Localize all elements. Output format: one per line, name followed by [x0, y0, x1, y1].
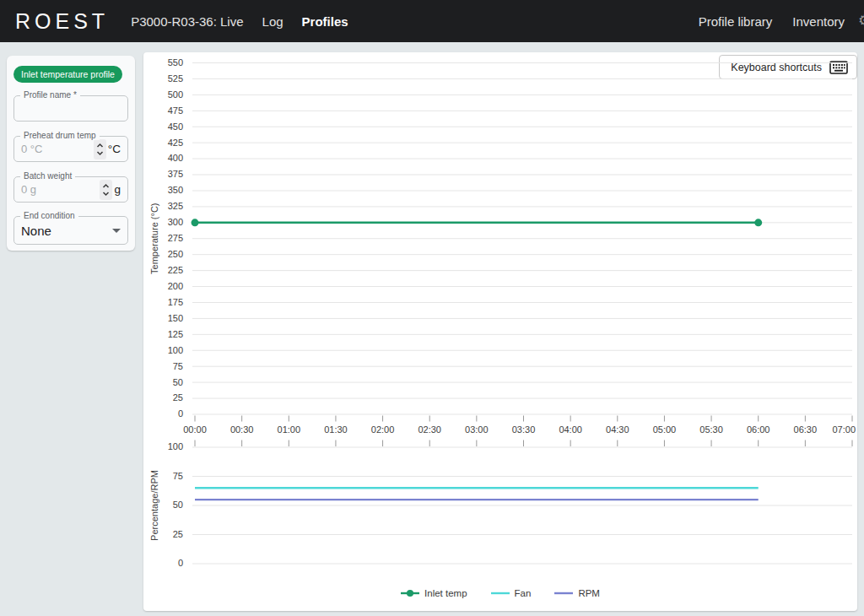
legend-swatch-icon: [401, 588, 419, 598]
svg-text:350: 350: [168, 185, 183, 195]
svg-text:550: 550: [168, 57, 183, 68]
batch-weight-placeholder: 0 g: [21, 183, 36, 196]
svg-text:Percentage/RPM: Percentage/RPM: [149, 470, 159, 541]
preheat-unit: °C: [108, 143, 121, 155]
svg-text:01:30: 01:30: [324, 424, 348, 435]
svg-text:03:00: 03:00: [465, 424, 489, 435]
legend-label: Inlet temp: [424, 588, 467, 598]
nav-item-profiles[interactable]: Profiles: [302, 14, 348, 29]
nav-links: P3000-R03-36: Live Log Profiles: [131, 14, 348, 29]
end-condition-select[interactable]: End condition None: [14, 216, 128, 245]
batch-weight-field[interactable]: Batch weight 0 g g: [14, 176, 128, 203]
profile-name-field[interactable]: Profile name *: [14, 95, 128, 122]
svg-text:25: 25: [173, 529, 183, 539]
svg-text:50: 50: [173, 500, 183, 510]
end-condition-value: None: [21, 224, 51, 238]
legend-swatch-icon: [491, 588, 510, 598]
svg-text:0: 0: [178, 408, 183, 419]
svg-text:400: 400: [168, 153, 183, 163]
profile-editor-panel: Inlet temperature profile Profile name *…: [7, 56, 135, 251]
preheat-drum-temp-field[interactable]: Preheat drum temp 0 °C °C: [14, 136, 128, 162]
svg-text:05:30: 05:30: [699, 424, 723, 435]
profile-name-label: Profile name *: [20, 90, 80, 100]
svg-text:Temperature (°C): Temperature (°C): [149, 203, 159, 274]
nav-item-device-live[interactable]: P3000-R03-36: Live: [131, 14, 243, 29]
svg-text:00:30: 00:30: [230, 424, 254, 435]
temperature-chart: 0255075100125150175200225250275300325350…: [149, 57, 852, 419]
chart-legend: Inlet tempFanRPM: [143, 584, 857, 602]
svg-text:01:00: 01:00: [278, 424, 301, 435]
svg-text:200: 200: [168, 281, 183, 291]
nav-item-log[interactable]: Log: [262, 14, 284, 29]
svg-text:325: 325: [168, 201, 183, 211]
nav-item-profile-library[interactable]: Profile library: [699, 14, 773, 29]
batch-weight-stepper[interactable]: [100, 180, 112, 200]
legend-item-inlet-temp[interactable]: Inlet temp: [401, 588, 467, 598]
preheat-stepper[interactable]: [94, 139, 106, 159]
svg-text:05:00: 05:00: [653, 424, 677, 435]
svg-text:75: 75: [173, 361, 183, 371]
top-navbar: ROEST P3000-R03-36: Live Log Profiles Pr…: [0, 0, 864, 42]
time-axis: 00:0000:3001:0001:3002:0002:3003:0003:30…: [183, 416, 856, 447]
svg-text:06:30: 06:30: [794, 424, 818, 435]
batch-weight-unit: g: [114, 183, 121, 196]
legend-item-fan[interactable]: Fan: [491, 588, 532, 598]
svg-text:100: 100: [168, 345, 183, 355]
svg-text:450: 450: [168, 122, 183, 132]
legend-item-rpm[interactable]: RPM: [554, 588, 600, 598]
svg-text:275: 275: [168, 233, 183, 243]
svg-text:525: 525: [168, 73, 183, 84]
svg-text:25: 25: [173, 392, 183, 403]
stepper-arrows-icon: [102, 183, 110, 197]
svg-text:100: 100: [168, 441, 183, 451]
svg-text:00:00: 00:00: [183, 424, 207, 435]
svg-text:250: 250: [168, 249, 183, 259]
batch-weight-label: Batch weight: [20, 171, 75, 181]
svg-text:06:00: 06:00: [747, 424, 770, 435]
preheat-drum-temp-label: Preheat drum temp: [20, 131, 100, 140]
svg-text:02:30: 02:30: [418, 424, 441, 435]
svg-text:500: 500: [168, 89, 183, 100]
profile-charts-card: Keyboard shortcuts 025507510012515017520…: [143, 52, 857, 611]
svg-text:425: 425: [168, 138, 183, 148]
profile-type-badge: Inlet temperature profile: [14, 66, 122, 83]
svg-text:02:00: 02:00: [371, 424, 395, 435]
svg-text:475: 475: [168, 105, 183, 116]
settings-gear-icon[interactable]: ⚙: [858, 12, 864, 30]
nav-item-inventory[interactable]: Inventory: [792, 14, 845, 29]
legend-swatch-icon: [554, 588, 573, 598]
svg-text:175: 175: [168, 297, 183, 307]
preheat-drum-temp-placeholder: 0 °C: [21, 143, 42, 155]
nav-right: Profile library Inventory ⚙: [699, 12, 852, 30]
fan-rpm-chart: 0255075100Percentage/RPM: [149, 441, 852, 568]
profile-charts[interactable]: 0255075100125150175200225250275300325350…: [143, 52, 857, 577]
svg-text:225: 225: [168, 265, 183, 275]
svg-text:04:30: 04:30: [606, 424, 629, 435]
roest-logo: ROEST: [15, 9, 109, 34]
chevron-down-icon: [112, 229, 121, 233]
svg-text:375: 375: [168, 169, 183, 179]
svg-text:125: 125: [168, 329, 183, 339]
legend-label: RPM: [578, 588, 600, 598]
svg-text:0: 0: [178, 558, 183, 568]
svg-text:03:30: 03:30: [512, 424, 536, 435]
svg-text:07:00: 07:00: [832, 424, 856, 435]
svg-text:300: 300: [168, 217, 183, 227]
stepper-arrows-icon: [96, 143, 104, 156]
legend-label: Fan: [515, 588, 532, 598]
svg-text:50: 50: [173, 377, 183, 387]
svg-text:04:00: 04:00: [559, 424, 582, 435]
svg-text:75: 75: [173, 471, 183, 481]
svg-text:150: 150: [168, 313, 183, 323]
end-condition-label: End condition: [20, 211, 78, 220]
